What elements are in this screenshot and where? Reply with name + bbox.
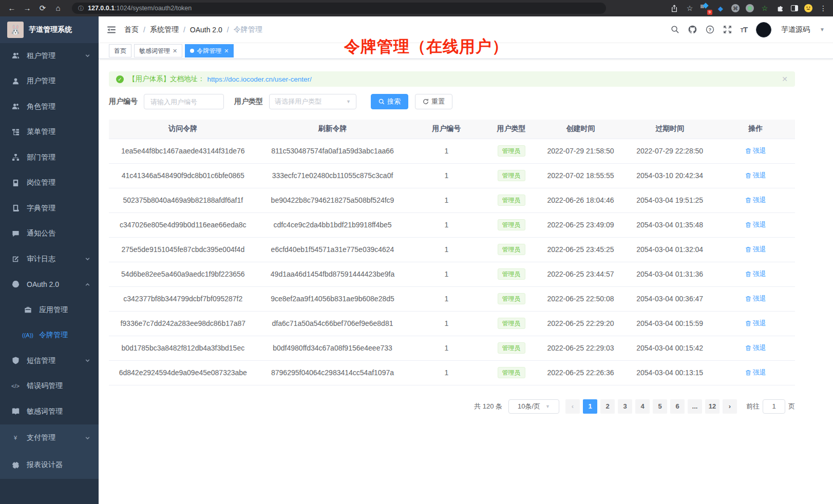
sidebar-item-13[interactable]: </>错误码管理 xyxy=(0,374,99,399)
app-title: 芋道管理系统 xyxy=(29,25,72,34)
avatar[interactable] xyxy=(756,22,771,37)
sidebar-item-6[interactable]: 字典管理 xyxy=(0,196,99,221)
sidebar-item-1[interactable]: 用户管理 xyxy=(0,69,99,94)
page-size-select[interactable]: 10条/页 ▼ xyxy=(508,399,559,414)
force-logout-button[interactable]: 强退 xyxy=(745,294,766,303)
sidebar-item-10[interactable]: 应用管理 xyxy=(0,297,99,323)
force-logout-button[interactable]: 强退 xyxy=(745,146,766,156)
access-token-cell: f9336e7c7dd242a283ee98dc86b17a87 xyxy=(109,311,257,336)
table-row: c347026e805e4d99b0d116eae66eda8ccdfc4ce9… xyxy=(109,212,795,237)
page-button-1[interactable]: 1 xyxy=(583,399,597,414)
column-header-0: 访问令牌 xyxy=(109,120,257,139)
sidebar-item-5[interactable]: 岗位管理 xyxy=(0,170,99,196)
breadcrumb-item-0[interactable]: 首页 xyxy=(124,25,139,34)
bookmark-star-icon[interactable]: ☆ xyxy=(685,4,694,13)
sidebar-item-3[interactable]: 菜单管理 xyxy=(0,120,99,145)
username[interactable]: 芋道源码 xyxy=(781,25,810,34)
sidebar-item-0[interactable]: 租户管理 xyxy=(0,43,99,69)
tab-close-icon[interactable]: ✕ xyxy=(173,48,177,54)
sidebar-item-12[interactable]: 短信管理 xyxy=(0,348,99,374)
font-size-icon[interactable]: TT xyxy=(741,25,747,34)
search-button[interactable]: 搜索 xyxy=(371,94,408,109)
fullscreen-icon[interactable] xyxy=(723,25,732,34)
search-icon[interactable] xyxy=(671,25,679,34)
page-button-5[interactable]: 5 xyxy=(653,399,667,414)
profile-emoji-icon[interactable] xyxy=(804,4,812,12)
collapse-sidebar-icon[interactable] xyxy=(107,26,116,34)
goto-page-input[interactable] xyxy=(763,399,785,414)
next-page-button[interactable]: › xyxy=(723,399,737,414)
force-logout-button[interactable]: 强退 xyxy=(745,220,766,229)
star-extension-icon[interactable]: ☆ xyxy=(760,4,769,13)
extension-shapes-icon[interactable]: 9 xyxy=(701,4,710,13)
sidebar-item-9[interactable]: OAuth 2.0 xyxy=(0,272,99,298)
page-button-4[interactable]: 4 xyxy=(635,399,650,414)
browser-menu-icon[interactable]: ⋮ xyxy=(819,4,828,13)
sidebar-item-16[interactable]: 报表设计器 xyxy=(0,452,99,479)
expire-time-cell: 2054-03-04 19:51:25 xyxy=(623,188,716,212)
user-id-cell: 1 xyxy=(408,262,485,286)
table-row: b0d1785bc3a8482f812db4a3f3bd15ecb0df4980… xyxy=(109,336,795,360)
refresh-token-cell: dfa6c71a50a54c66bef706ef9e6e8d81 xyxy=(257,311,408,336)
gem-extension-icon[interactable]: ◆ xyxy=(716,4,725,13)
prev-page-button[interactable]: ‹ xyxy=(565,399,580,414)
page-button-2[interactable]: 2 xyxy=(600,399,615,414)
user-id-cell: 1 xyxy=(408,139,485,163)
chevron-down-icon xyxy=(85,256,90,262)
share-icon[interactable] xyxy=(670,4,679,13)
force-logout-button[interactable]: 强退 xyxy=(745,269,766,279)
sidepanel-icon[interactable] xyxy=(791,5,798,11)
record-extension-icon[interactable] xyxy=(746,4,754,12)
chevron-down-icon[interactable]: ▼ xyxy=(820,27,825,32)
breadcrumb-item-2[interactable]: OAuth 2.0 xyxy=(190,26,222,34)
alert-doc-link[interactable]: https://doc.iocoder.cn/user-center/ xyxy=(207,75,312,83)
puzzle-extensions-icon[interactable] xyxy=(775,4,785,13)
sidebar-item-11[interactable]: ((A))令牌管理 xyxy=(0,323,99,348)
browser-home-icon[interactable]: ⌂ xyxy=(51,0,65,16)
badge-icon xyxy=(11,179,20,187)
force-logout-button[interactable]: 强退 xyxy=(745,319,766,328)
reset-button[interactable]: 重置 xyxy=(415,94,452,109)
command-extension-icon[interactable]: ⌘ xyxy=(731,4,740,12)
app-logo[interactable]: 🐰 芋道管理系统 xyxy=(0,16,99,43)
tab-close-icon[interactable]: ✕ xyxy=(224,48,229,54)
browser-back-icon[interactable]: ← xyxy=(5,0,18,16)
tab-0[interactable]: 首页 xyxy=(109,44,131,57)
force-logout-button[interactable]: 强退 xyxy=(745,368,766,377)
sidebar-item-2[interactable]: 角色管理 xyxy=(0,94,99,120)
tab-2[interactable]: 令牌管理✕ xyxy=(185,44,234,57)
page-button-6[interactable]: 6 xyxy=(670,399,685,414)
browser-refresh-icon[interactable]: ⟳ xyxy=(36,0,49,16)
column-header-6: 操作 xyxy=(716,120,795,139)
user-type-select[interactable]: 请选择用户类型 ▼ xyxy=(269,94,356,109)
force-logout-button[interactable]: 强退 xyxy=(745,245,766,254)
more-pages-button[interactable]: ... xyxy=(688,399,702,414)
user-type-tag: 管理员 xyxy=(498,318,525,329)
created-time-cell: 2022-06-25 22:26:36 xyxy=(538,360,623,385)
user-id-input[interactable] xyxy=(144,94,224,109)
force-logout-button[interactable]: 强退 xyxy=(745,196,766,205)
force-logout-button[interactable]: 强退 xyxy=(745,171,766,180)
access-token-cell: b0d1785bc3a8482f812db4a3f3bd15ec xyxy=(109,336,257,360)
breadcrumb-item-1[interactable]: 系统管理 xyxy=(150,25,179,34)
robot-icon xyxy=(11,280,20,288)
page-button-12[interactable]: 12 xyxy=(705,399,720,414)
sidebar-item-4[interactable]: 部门管理 xyxy=(0,145,99,170)
page-button-3[interactable]: 3 xyxy=(618,399,632,414)
github-icon[interactable] xyxy=(688,25,697,34)
browser-forward-icon[interactable]: → xyxy=(21,0,34,16)
force-logout-button[interactable]: 强退 xyxy=(745,343,766,353)
sidebar-item-14[interactable]: 敏感词管理 xyxy=(0,399,99,424)
sidebar-item-7[interactable]: 通知公告 xyxy=(0,221,99,247)
sidebar: 🐰 芋道管理系统 租户管理用户管理角色管理菜单管理部门管理岗位管理字典管理通知公… xyxy=(0,16,99,504)
sidebar-item-8[interactable]: 审计日志 xyxy=(0,246,99,272)
page-info-icon[interactable]: ⓘ xyxy=(78,5,84,12)
tab-1[interactable]: 敏感词管理✕ xyxy=(134,44,182,57)
total-count: 共 120 条 xyxy=(474,402,502,411)
chevron-up-icon xyxy=(85,282,90,287)
address-bar[interactable]: ⓘ 127.0.0.1:1024/system/oauth2/token xyxy=(72,3,606,14)
alert-close-icon[interactable]: ✕ xyxy=(782,75,788,83)
sidebar-item-15[interactable]: ¥支付管理 xyxy=(0,424,99,452)
refresh-token-cell: cdfc4ce9c2da4bb1bdf21b9918ff4be5 xyxy=(257,212,408,237)
help-icon[interactable]: ? xyxy=(706,25,714,34)
